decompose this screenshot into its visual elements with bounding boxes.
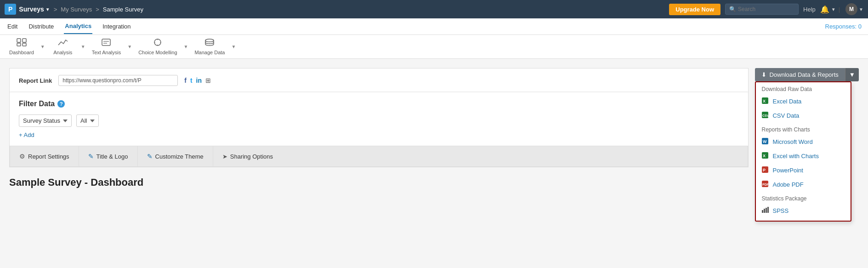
notif-arrow[interactable]: ▼ xyxy=(831,7,836,12)
download-icon: ⬇ xyxy=(761,71,766,78)
survey-status-select[interactable]: Survey Status All Complete Incomplete xyxy=(19,114,72,127)
download-btn-area: ⬇ Download Data & Reports ▼ Download Raw… xyxy=(755,68,859,222)
svg-point-7 xyxy=(154,39,161,46)
report-link-input[interactable] xyxy=(58,75,178,86)
sharing-options-label: Sharing Options xyxy=(230,153,273,160)
action-bar: ⚙ Report Settings ✎ Title & Logo ✎ Custo… xyxy=(10,146,748,167)
app-name-label: Surveys xyxy=(19,6,44,13)
filter-value-select[interactable]: All xyxy=(76,114,99,127)
breadcrumb-current: Sample Survey xyxy=(103,6,143,13)
microsoft-word-label: Microsoft Word xyxy=(772,138,812,145)
dashboard-title-section: Sample Survey - Dashboard xyxy=(9,167,749,198)
text-analysis-icon xyxy=(101,38,111,49)
title-logo-btn[interactable]: ✎ Title & Logo xyxy=(79,146,138,166)
responses-count: Responses: 0 xyxy=(825,23,862,30)
svg-text:X: X xyxy=(763,154,766,158)
csv-data-item[interactable]: CSV CSV Data xyxy=(756,108,851,123)
microsoft-word-item[interactable]: W Microsoft Word xyxy=(756,135,851,149)
breadcrumb-separator2: > xyxy=(96,6,99,13)
svg-rect-28 xyxy=(767,207,769,213)
toolbar-dashboard[interactable]: Dashboard xyxy=(5,36,39,57)
surveys-dropdown-arrow[interactable]: ▼ xyxy=(45,7,50,12)
report-settings-icon: ⚙ xyxy=(19,153,25,160)
customize-theme-label: Customize Theme xyxy=(155,153,204,160)
choice-modelling-arrow-btn[interactable]: ▼ xyxy=(184,44,188,49)
download-dropdown-arrow-btn[interactable]: ▼ xyxy=(845,68,859,81)
powerpoint-item[interactable]: P PowerPoint xyxy=(756,163,851,177)
sharing-options-btn[interactable]: ➤ Sharing Options xyxy=(213,146,282,166)
svg-rect-3 xyxy=(23,43,26,46)
social-icons: f t in ⊞ xyxy=(184,77,211,84)
notification-icon[interactable]: 🔔 xyxy=(820,5,829,14)
analysis-arrow-btn[interactable]: ▼ xyxy=(81,44,85,49)
add-filter-link[interactable]: + Add xyxy=(19,131,34,138)
nav-integration[interactable]: Integration xyxy=(102,19,131,34)
logo-letter: P xyxy=(8,6,12,13)
report-link-label: Report Link xyxy=(19,77,52,84)
content-panel: Report Link f t in ⊞ Filter Data ? Surve… xyxy=(9,68,749,167)
search-input[interactable] xyxy=(738,6,793,12)
svg-rect-1 xyxy=(23,39,26,42)
powerpoint-icon: P xyxy=(761,166,769,175)
download-btn-group: ⬇ Download Data & Reports ▼ xyxy=(755,68,859,81)
powerpoint-label: PowerPoint xyxy=(772,167,803,174)
nav-distribute[interactable]: Distribute xyxy=(28,19,55,34)
adobe-pdf-label: Adobe PDF xyxy=(772,181,803,188)
filter-row: Survey Status All Complete Incomplete Al… xyxy=(19,114,739,127)
search-icon: 🔍 xyxy=(729,6,736,12)
adobe-pdf-item[interactable]: PDF Adobe PDF xyxy=(756,177,851,192)
manage-data-arrow-btn[interactable]: ▼ xyxy=(231,44,236,49)
svg-point-12 xyxy=(205,39,214,42)
svg-text:X: X xyxy=(763,99,766,103)
download-dropdown-menu: Download Raw Data X Excel Data CSV CSV D… xyxy=(755,81,851,222)
download-main-button[interactable]: ⬇ Download Data & Reports xyxy=(755,68,845,81)
svg-rect-27 xyxy=(766,208,767,213)
toolbar-text-analysis[interactable]: Text Analysis xyxy=(87,36,126,57)
spss-icon xyxy=(761,206,769,215)
nav-edit[interactable]: Edit xyxy=(6,19,18,34)
spss-item[interactable]: SPSS xyxy=(756,204,851,218)
breadcrumb-separator: > xyxy=(54,6,57,13)
facebook-icon[interactable]: f xyxy=(184,77,187,84)
toolbar-manage-data[interactable]: Manage Data xyxy=(190,36,229,57)
dashboard-arrow-btn[interactable]: ▼ xyxy=(40,44,45,49)
filter-title: Filter Data ? xyxy=(19,100,739,108)
user-avatar[interactable]: M xyxy=(845,3,857,15)
filter-section: Filter Data ? Survey Status All Complete… xyxy=(10,92,748,146)
report-settings-label: Report Settings xyxy=(28,153,69,160)
toolbar: Dashboard ▼ Analysis ▼ Text Analysis ▼ C… xyxy=(0,35,868,59)
toolbar-analysis-label: Analysis xyxy=(53,50,72,55)
title-logo-icon: ✎ xyxy=(88,153,94,160)
top-bar: P Surveys ▼ > My Surveys > Sample Survey… xyxy=(0,0,868,18)
search-box: 🔍 xyxy=(725,4,799,15)
excel-data-item[interactable]: X Excel Data xyxy=(756,94,851,108)
report-settings-btn[interactable]: ⚙ Report Settings xyxy=(10,146,79,166)
excel-charts-icon: X xyxy=(761,152,769,160)
toolbar-choice-modelling[interactable]: Choice Modelling xyxy=(134,36,182,57)
dashboard-icon xyxy=(17,38,27,49)
twitter-icon[interactable]: t xyxy=(190,77,193,84)
text-analysis-arrow-btn[interactable]: ▼ xyxy=(127,44,132,49)
filter-help-icon[interactable]: ? xyxy=(57,100,65,108)
customize-theme-btn[interactable]: ✎ Customize Theme xyxy=(138,146,213,166)
excel-charts-label: Excel with Charts xyxy=(772,153,818,160)
analysis-icon xyxy=(58,38,68,49)
grid-icon[interactable]: ⊞ xyxy=(205,77,211,84)
linkedin-icon[interactable]: in xyxy=(196,77,202,84)
nav-analytics[interactable]: Analytics xyxy=(64,19,92,34)
filter-title-text: Filter Data xyxy=(19,100,55,108)
breadcrumb-parent[interactable]: My Surveys xyxy=(61,6,92,13)
upgrade-button[interactable]: Upgrade Now xyxy=(669,4,720,15)
section-charts-label: Reports with Charts xyxy=(756,123,851,135)
excel-charts-item[interactable]: X Excel with Charts xyxy=(756,149,851,163)
user-arrow[interactable]: ▼ xyxy=(859,7,863,12)
toolbar-manage-data-label: Manage Data xyxy=(194,50,225,55)
excel-data-icon: X xyxy=(761,97,769,106)
app-logo[interactable]: P xyxy=(5,4,16,15)
toolbar-analysis[interactable]: Analysis xyxy=(47,36,79,57)
help-label[interactable]: Help xyxy=(803,6,816,13)
svg-text:W: W xyxy=(763,139,767,144)
spss-label: SPSS xyxy=(772,207,789,214)
csv-data-icon: CSV xyxy=(761,111,769,120)
section-stats-label: Statistics Package xyxy=(756,192,851,204)
